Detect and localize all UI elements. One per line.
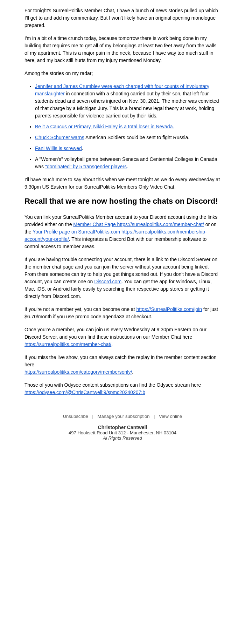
discord-p4-end: . [111,341,113,347]
footer-address: Christopher Cantwell 497 Hooksett Road U… [24,425,220,441]
member-chat-link[interactable]: Member Chat Page https://surrealpolitiks… [73,222,204,227]
intro-paragraph-3: Among the stories on my radar; [24,70,220,77]
trans-link[interactable]: "dominated" by 5 transgender players [45,164,127,169]
discord-p3-text: If you're not a member yet, you can beco… [24,306,136,312]
footer-name: Christopher Cantwell [24,425,220,430]
discord-paragraph-6: Those of you with Odysee content subscri… [24,381,220,396]
unsubscribe-link[interactable]: Unsubscribe [63,414,88,419]
discord-p4-text: Once you're a member, you can join us ev… [24,327,206,340]
nikki-haley-link[interactable]: Be it a Caucus or Primary, Nikki Haley i… [35,124,174,129]
list-item-crumbley: Jennifer and James Crumbley were each ch… [35,83,220,120]
trans-suffix-text: . [127,164,128,169]
fani-link[interactable]: Fani Willis is screwed [35,145,82,151]
view-online-link[interactable]: View online [159,414,182,419]
discord-com-link[interactable]: Discord.com [94,279,121,284]
email-body: For tonight's SurrealPoltiks Member Chat… [0,0,245,448]
intro-paragraph-1: For tonight's SurrealPoltiks Member Chat… [24,7,220,29]
list-item-schumer: Chuck Schumer warns American Soldiers co… [35,134,220,141]
discord-p5-text: If you miss the live show, you can alway… [24,354,217,367]
discord-p6-text: Those of you with Odysee content subscri… [24,382,201,388]
footer-rights: Al Rights Reserved [24,435,220,441]
news-stories-list: Jennifer and James Crumbley were each ch… [31,83,220,170]
list-item-nikki-haley: Be it a Caucus or Primary, Nikki Haley i… [35,123,220,130]
discord-paragraph-2: If you are having trouble connecting you… [24,256,220,300]
footer-street-address: 497 Hooksett Road Unit 312 - Manchester,… [24,430,220,435]
odysee-link[interactable]: https://odysee.com/@ChrisCantwell:9/spmc… [24,389,145,395]
email-footer: Unsubscribe | Manage your subscription |… [24,407,220,441]
intro-paragraph-2: I'm in a bit of a time crunch today, bec… [24,35,220,64]
schumer-text: American Soldiers could be sent to fight… [84,135,189,140]
list-item-transgender: A "Women's" volleyball game betweeen Sen… [35,156,220,170]
schumer-link[interactable]: Chuck Schumer warns [35,135,84,140]
separator-2: | [154,414,156,419]
discord-paragraph-4: Once you're a member, you can join us ev… [24,326,220,348]
join-link[interactable]: https://SurrealPolitiks.com/join [136,306,202,312]
discord-paragraph-5: If you miss the live show, you can alway… [24,354,220,376]
closing-paragraph: I'll have much more to say about this wh… [24,176,220,191]
manage-subscription-link[interactable]: Manage your subscription [98,414,150,419]
fani-text: . [82,145,83,151]
member-chat-here-link[interactable]: https://surrealpolitiks.com/member-chat/ [24,341,111,347]
discord-heading: Recall that we are now hosting the chats… [24,196,220,206]
footer-links-row: Unsubscribe | Manage your subscription |… [24,414,220,419]
discord-section: You can link your SurrealPolitiks Member… [24,213,220,396]
discord-paragraph-3: If you're not a member yet, you can beco… [24,306,220,320]
members-only-link[interactable]: https://surrealpolitiks.com/category/mem… [24,369,132,375]
discord-paragraph-1: You can link your SurrealPolitiks Member… [24,213,220,250]
list-item-fani: Fani Willis is screwed. [35,145,220,152]
separator-1: | [92,414,95,419]
discord-p5-end: . [132,369,133,375]
